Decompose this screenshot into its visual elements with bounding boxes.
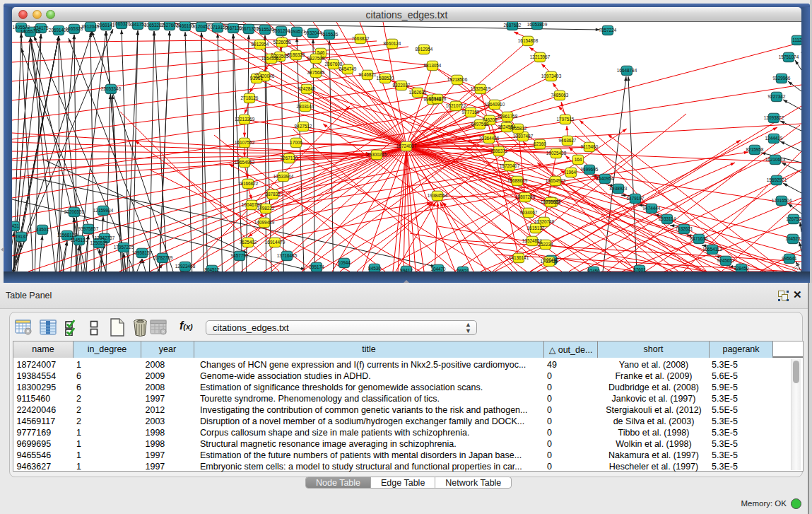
svg-text:546: 546 bbox=[317, 50, 325, 55]
svg-text:1093571: 1093571 bbox=[288, 29, 306, 34]
svg-text:13654923: 13654923 bbox=[546, 178, 566, 183]
svg-text:1065328: 1065328 bbox=[66, 26, 83, 31]
svg-text:6466160: 6466160 bbox=[177, 23, 194, 28]
svg-text:995641: 995641 bbox=[782, 256, 797, 261]
svg-text:387833: 387833 bbox=[265, 192, 281, 197]
svg-text:8912954: 8912954 bbox=[252, 42, 269, 47]
svg-text:1588520: 1588520 bbox=[377, 76, 394, 81]
svg-text:9777169: 9777169 bbox=[462, 110, 480, 115]
svg-text:3267130: 3267130 bbox=[281, 156, 298, 160]
svg-text:2803144: 2803144 bbox=[297, 104, 314, 109]
svg-text:43501: 43501 bbox=[36, 227, 49, 232]
svg-text:9245652: 9245652 bbox=[717, 258, 735, 263]
svg-text:16210722: 16210722 bbox=[446, 103, 466, 108]
svg-text:12342737: 12342737 bbox=[95, 235, 115, 240]
svg-text:15692971: 15692971 bbox=[767, 177, 787, 182]
svg-text:1112: 1112 bbox=[792, 37, 801, 42]
svg-text:12213967: 12213967 bbox=[530, 54, 551, 59]
svg-text:2933114: 2933114 bbox=[659, 216, 676, 221]
svg-text:16914479: 16914479 bbox=[265, 240, 286, 245]
svg-text:19166822: 19166822 bbox=[238, 181, 259, 186]
svg-text:76521: 76521 bbox=[457, 269, 469, 271]
svg-text:12159934: 12159934 bbox=[93, 208, 114, 213]
svg-text:10961758: 10961758 bbox=[498, 114, 518, 119]
svg-text:995174: 995174 bbox=[309, 264, 324, 269]
svg-text:13533944: 13533944 bbox=[273, 174, 294, 179]
svg-text:16543362: 16543362 bbox=[261, 56, 282, 61]
svg-text:6794028: 6794028 bbox=[429, 96, 447, 101]
svg-text:9474444: 9474444 bbox=[643, 206, 661, 211]
svg-text:8471636: 8471636 bbox=[690, 236, 708, 241]
svg-text:8938923: 8938923 bbox=[610, 186, 628, 191]
svg-text:2718126: 2718126 bbox=[241, 95, 259, 100]
svg-text:928450: 928450 bbox=[734, 266, 749, 271]
svg-text:5226058: 5226058 bbox=[273, 40, 291, 45]
svg-text:16782759: 16782759 bbox=[153, 255, 173, 260]
svg-text:2687682: 2687682 bbox=[504, 23, 522, 28]
svg-text:10025438: 10025438 bbox=[546, 151, 567, 156]
svg-text:3875685: 3875685 bbox=[307, 70, 325, 75]
svg-text:8813054: 8813054 bbox=[424, 63, 442, 68]
svg-text:14099489: 14099489 bbox=[254, 220, 275, 225]
svg-text:10944: 10944 bbox=[338, 260, 351, 265]
svg-text:9329966: 9329966 bbox=[773, 76, 791, 81]
svg-text:19218506: 19218506 bbox=[447, 77, 468, 82]
svg-text:8454749: 8454749 bbox=[339, 66, 357, 71]
svg-text:11568129: 11568129 bbox=[57, 233, 77, 238]
svg-text:8427512: 8427512 bbox=[295, 124, 312, 129]
svg-text:10320746: 10320746 bbox=[534, 219, 555, 224]
svg-text:22053346: 22053346 bbox=[101, 86, 122, 91]
svg-text:16210643: 16210643 bbox=[765, 157, 786, 162]
svg-text:17006: 17006 bbox=[290, 140, 302, 145]
svg-text:12093872: 12093872 bbox=[764, 115, 784, 120]
svg-text:7386372: 7386372 bbox=[490, 148, 508, 153]
svg-text:18724007: 18724007 bbox=[396, 144, 417, 148]
svg-text:1733426: 1733426 bbox=[541, 259, 558, 264]
svg-text:12213369: 12213369 bbox=[235, 117, 255, 122]
svg-text:1244419: 1244419 bbox=[765, 136, 783, 141]
svg-text:16648784: 16648784 bbox=[617, 68, 637, 73]
svg-text:17016504: 17016504 bbox=[772, 198, 792, 203]
svg-text:7485063: 7485063 bbox=[551, 93, 569, 98]
svg-text:1250515: 1250515 bbox=[90, 240, 108, 245]
svg-text:1065320: 1065320 bbox=[113, 22, 131, 26]
svg-text:7857224: 7857224 bbox=[599, 28, 617, 33]
svg-text:15720407: 15720407 bbox=[500, 163, 520, 168]
svg-text:92450: 92450 bbox=[587, 269, 600, 271]
svg-text:16154808: 16154808 bbox=[518, 38, 539, 43]
svg-text:16053809: 16053809 bbox=[527, 22, 548, 27]
svg-text:10756928: 10756928 bbox=[541, 199, 561, 204]
svg-text:804512: 804512 bbox=[204, 267, 220, 271]
svg-text:9932044: 9932044 bbox=[305, 30, 322, 35]
svg-text:20364436: 20364436 bbox=[479, 136, 500, 141]
svg-text:12923448: 12923448 bbox=[175, 264, 196, 269]
svg-text:13716485: 13716485 bbox=[277, 253, 298, 258]
svg-text:8322037: 8322037 bbox=[393, 83, 411, 88]
svg-text:7663822: 7663822 bbox=[352, 36, 370, 41]
svg-text:1964: 1964 bbox=[566, 170, 577, 175]
svg-text:2867608: 2867608 bbox=[325, 62, 343, 66]
svg-text:8912954: 8912954 bbox=[416, 47, 433, 52]
svg-text:9457791: 9457791 bbox=[231, 253, 249, 258]
svg-text:7955812: 7955812 bbox=[510, 126, 527, 131]
svg-text:16107552: 16107552 bbox=[235, 140, 255, 145]
svg-text:164: 164 bbox=[575, 157, 582, 162]
svg-text:1145193: 1145193 bbox=[71, 238, 88, 243]
svg-text:7632621: 7632621 bbox=[676, 226, 693, 231]
svg-text:9242845: 9242845 bbox=[298, 86, 316, 91]
svg-text:10973493: 10973493 bbox=[541, 74, 562, 78]
svg-text:18807249: 18807249 bbox=[515, 194, 536, 199]
svg-text:7515526: 7515526 bbox=[321, 32, 339, 37]
svg-text:93975857: 93975857 bbox=[78, 226, 99, 231]
svg-text:84530: 84530 bbox=[368, 266, 381, 271]
svg-text:13325419: 13325419 bbox=[471, 86, 491, 91]
svg-text:87601: 87601 bbox=[633, 267, 646, 271]
svg-text:9431: 9431 bbox=[12, 223, 20, 228]
svg-text:17957225: 17957225 bbox=[114, 245, 134, 250]
svg-text:9327508: 9327508 bbox=[307, 56, 325, 61]
svg-text:1640954: 1640954 bbox=[596, 176, 614, 181]
svg-text:39137: 39137 bbox=[15, 234, 28, 239]
svg-text:1797515: 1797515 bbox=[557, 117, 575, 122]
svg-text:10807487: 10807487 bbox=[513, 134, 534, 139]
svg-text:9034067: 9034067 bbox=[520, 210, 538, 215]
